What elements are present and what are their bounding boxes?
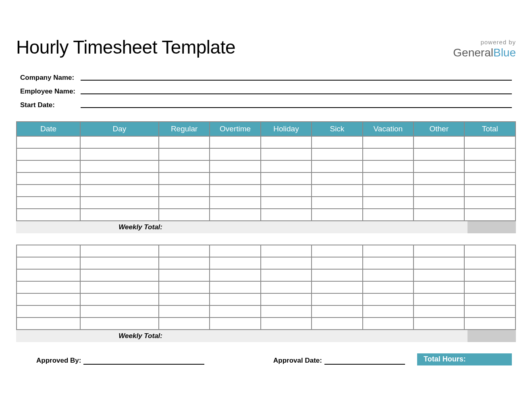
employee-name-label: Employee Name: — [20, 87, 81, 95]
total-hours-label: Total Hours: — [417, 353, 512, 365]
company-name-input[interactable] — [81, 80, 512, 81]
col-header-day: Day — [80, 122, 159, 136]
start-date-label: Start Date: — [20, 101, 81, 109]
timesheet-table-week2 — [16, 245, 516, 330]
table-row[interactable] — [17, 160, 515, 172]
table-row[interactable] — [17, 269, 515, 281]
col-header-holiday: Holiday — [261, 122, 312, 136]
brand-name-part2: Blue — [493, 46, 516, 59]
brand-logo: powered by GeneralBlue — [453, 36, 516, 59]
table-row[interactable] — [17, 281, 515, 293]
table-row[interactable] — [17, 245, 515, 257]
weekly-total-row-2: Weekly Total: — [16, 330, 516, 342]
weekly-total-value — [468, 330, 516, 342]
table-row[interactable] — [17, 318, 515, 330]
col-header-sick: Sick — [312, 122, 362, 136]
timesheet-table-week1: Date Day Regular Overtime Holiday Sick V… — [16, 121, 516, 221]
start-date-input[interactable] — [81, 107, 512, 108]
table-row[interactable] — [17, 305, 515, 318]
approval-date-input[interactable] — [324, 364, 405, 365]
col-header-other: Other — [414, 122, 464, 136]
col-header-total: Total — [464, 122, 515, 136]
powered-by-text: powered by — [453, 39, 516, 46]
table-row[interactable] — [17, 257, 515, 269]
table-row[interactable] — [17, 172, 515, 185]
table-row[interactable] — [17, 148, 515, 160]
weekly-total-label: Weekly Total: — [16, 221, 167, 233]
col-header-date: Date — [17, 122, 80, 136]
employee-name-input[interactable] — [81, 93, 512, 94]
brand-name-part1: General — [453, 46, 493, 59]
page-title: Hourly Timesheet Template — [16, 36, 235, 58]
approved-by-label: Approved By: — [20, 357, 83, 365]
col-header-overtime: Overtime — [210, 122, 260, 136]
approval-date-label: Approval Date: — [273, 357, 324, 365]
table-row[interactable] — [17, 136, 515, 148]
approved-by-input[interactable] — [83, 364, 204, 365]
weekly-total-label: Weekly Total: — [16, 330, 167, 342]
table-row[interactable] — [17, 185, 515, 197]
company-name-label: Company Name: — [20, 74, 81, 82]
weekly-total-value — [468, 221, 516, 233]
table-row[interactable] — [17, 197, 515, 209]
col-header-vacation: Vacation — [363, 122, 414, 136]
table-row[interactable] — [17, 293, 515, 305]
col-header-regular: Regular — [159, 122, 210, 136]
table-row[interactable] — [17, 209, 515, 221]
weekly-total-row-1: Weekly Total: — [16, 221, 516, 233]
